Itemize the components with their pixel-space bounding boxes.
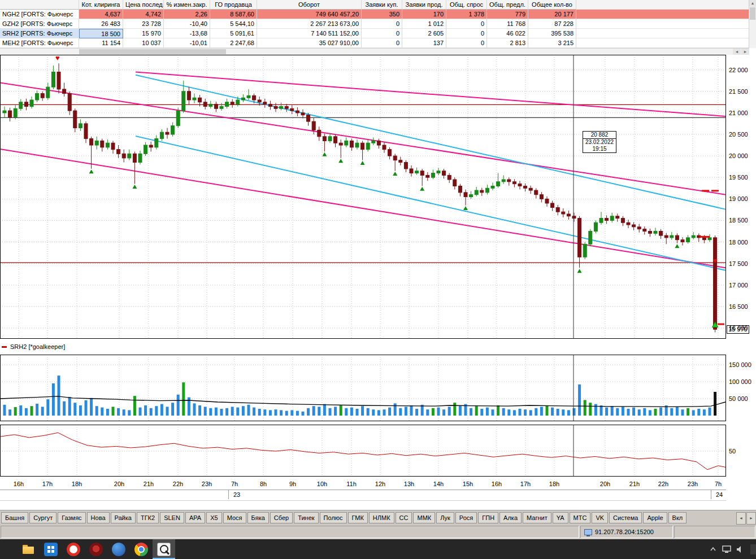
column-header[interactable]: Оборот	[257, 0, 362, 10]
table-cell[interactable]: 2 605	[402, 29, 446, 38]
tab-Вкл[interactable]: Вкл	[668, 512, 687, 523]
tab-scroll-left-icon[interactable]: ◄	[736, 512, 746, 525]
table-cell[interactable]: 5 544,10	[210, 19, 257, 29]
table-cell[interactable]: 2 813	[487, 38, 528, 48]
table-cell[interactable]: 350	[362, 10, 402, 19]
tab-Сургут[interactable]: Сургут	[29, 512, 57, 523]
tab-ГПН[interactable]: ГПН	[478, 512, 498, 523]
tray-cut-icon[interactable]	[750, 544, 756, 554]
table-cell[interactable]: 395 538	[528, 29, 576, 38]
table-cell[interactable]: 5 091,61	[210, 29, 257, 38]
table-cell[interactable]: 46 022	[487, 29, 528, 38]
column-header[interactable]: Заявки куп.	[362, 0, 402, 10]
tab-Башня[interactable]: Башня	[1, 512, 28, 523]
column-header[interactable]: ГО продавца	[210, 0, 257, 10]
display-network-icon[interactable]	[720, 543, 733, 556]
table-cell[interactable]: 20 177	[528, 10, 576, 19]
scroll-right-icon[interactable]: ►	[741, 49, 749, 55]
table-cell[interactable]: 87 228	[528, 19, 576, 29]
folder-app-icon[interactable]	[17, 539, 40, 559]
tab-Нова[interactable]: Нова	[87, 512, 110, 523]
volume-icon[interactable]	[733, 543, 747, 556]
table-row[interactable]: NGH2 [FORTS: Фьючерс4,6374,7422,268 587,…	[0, 10, 756, 19]
column-header[interactable]: Общ. спрос	[446, 0, 487, 10]
tab-Райка[interactable]: Райка	[111, 512, 136, 523]
table-cell[interactable]: 137	[402, 38, 446, 48]
quik-app-icon[interactable]	[153, 539, 175, 559]
tab-Алка[interactable]: Алка	[499, 512, 522, 523]
tab-Рося[interactable]: Рося	[455, 512, 477, 523]
table-cell[interactable]: -13,68	[164, 29, 210, 38]
oscillator-chart-canvas[interactable]	[0, 425, 726, 477]
table-cell[interactable]: 2,26	[164, 10, 210, 19]
table-cell[interactable]: 23 728	[123, 19, 164, 29]
table-row[interactable]: SRH2 [FORTS: Фьючерс18 50015 970-13,685 …	[0, 29, 756, 38]
tab-СС[interactable]: СС	[396, 512, 412, 523]
tab-VK[interactable]: VK	[592, 512, 608, 523]
instrument-name-cell[interactable]: GZH2 [FORTS: Фьючерс	[0, 19, 79, 29]
table-cell[interactable]: 749 640 457,20	[257, 10, 362, 19]
tab-X5[interactable]: X5	[206, 512, 221, 523]
table-cell[interactable]: 10 037	[123, 38, 164, 48]
table-row[interactable]: MEH2 [FORTS: Фьючерс11 15410 037-10,012 …	[0, 38, 756, 48]
table-cell[interactable]: 15 970	[123, 29, 164, 38]
tab-YA[interactable]: YA	[553, 512, 568, 523]
chevron-up-icon[interactable]	[706, 543, 720, 556]
tab-НЛМК[interactable]: НЛМК	[369, 512, 394, 523]
table-cell[interactable]: 1 378	[446, 10, 487, 19]
blue-app-icon[interactable]	[107, 539, 130, 559]
volume-chart-canvas[interactable]	[0, 355, 726, 421]
scrollbar-thumb[interactable]	[79, 49, 226, 54]
table-row[interactable]: GZH2 [FORTS: Фьючерс26 48323 728-10,405 …	[0, 19, 756, 29]
column-header[interactable]: Общ. предл.	[487, 0, 528, 10]
table-cell[interactable]: 0	[446, 29, 487, 38]
tab-Лук[interactable]: Лук	[436, 512, 454, 523]
table-cell[interactable]: 0	[362, 29, 402, 38]
table-cell[interactable]: 1 012	[402, 19, 446, 29]
tab-МТС[interactable]: МТС	[570, 512, 591, 523]
price-chart-canvas[interactable]: ♥	[0, 55, 726, 339]
scroll-up-icon[interactable]: ▲	[749, 0, 756, 7]
tab-ТГК2[interactable]: ТГК2	[137, 512, 159, 523]
tab-ГМК[interactable]: ГМК	[348, 512, 368, 523]
column-header[interactable]: Кот. клиринга	[79, 0, 123, 10]
column-header[interactable]: Цена послед.	[123, 0, 164, 10]
table-cell[interactable]: 4,637	[79, 10, 123, 19]
table-cell[interactable]: 779	[487, 10, 528, 19]
table-cell[interactable]: 8 587,60	[210, 10, 257, 19]
tab-SLEN[interactable]: SLEN	[160, 512, 184, 523]
table-cell[interactable]: 2 267 213 673,00	[257, 19, 362, 29]
table-cell[interactable]: 0	[362, 19, 402, 29]
store-app-icon[interactable]	[40, 539, 62, 559]
table-horizontal-scrollbar[interactable]: ◄ ►	[0, 48, 749, 55]
table-cell[interactable]: 11 154	[79, 38, 123, 48]
tab-Сбер[interactable]: Сбер	[270, 512, 293, 523]
tab-scroll-right-icon[interactable]: ►	[746, 512, 756, 525]
table-cell[interactable]: 18 500	[79, 29, 123, 38]
table-cell[interactable]: -10,01	[164, 38, 210, 48]
table-cell[interactable]: 0	[362, 38, 402, 48]
table-cell[interactable]: 2 247,68	[210, 38, 257, 48]
column-header[interactable]: Общее кол-во	[528, 0, 576, 10]
table-cell[interactable]: 26 483	[79, 19, 123, 29]
scroll-left-icon[interactable]: ◄	[733, 49, 741, 55]
darkred-app-icon[interactable]	[85, 539, 107, 559]
column-header[interactable]: % измен.закр.	[164, 0, 210, 10]
column-header[interactable]: Заявки прод.	[402, 0, 446, 10]
scrollbar-thumb[interactable]	[750, 7, 755, 20]
table-cell[interactable]: 3 215	[528, 38, 576, 48]
tab-Тинек[interactable]: Тинек	[294, 512, 318, 523]
table-cell[interactable]: 0	[446, 19, 487, 29]
chrome-app-icon[interactable]	[130, 539, 153, 559]
tab-АРА[interactable]: АРА	[185, 512, 205, 523]
tab-ММК[interactable]: ММК	[413, 512, 435, 523]
tab-Бяка[interactable]: Бяка	[247, 512, 269, 523]
tab-Мося[interactable]: Мося	[223, 512, 246, 523]
table-cell[interactable]: 170	[402, 10, 446, 19]
tab-Магнит[interactable]: Магнит	[523, 512, 551, 523]
instrument-name-cell[interactable]: MEH2 [FORTS: Фьючерс	[0, 38, 79, 48]
table-cell[interactable]: 11 768	[487, 19, 528, 29]
table-cell[interactable]: 7 140 511 152,00	[257, 29, 362, 38]
ring-app-icon[interactable]	[62, 539, 85, 559]
tab-Газмяс[interactable]: Газмяс	[58, 512, 85, 523]
